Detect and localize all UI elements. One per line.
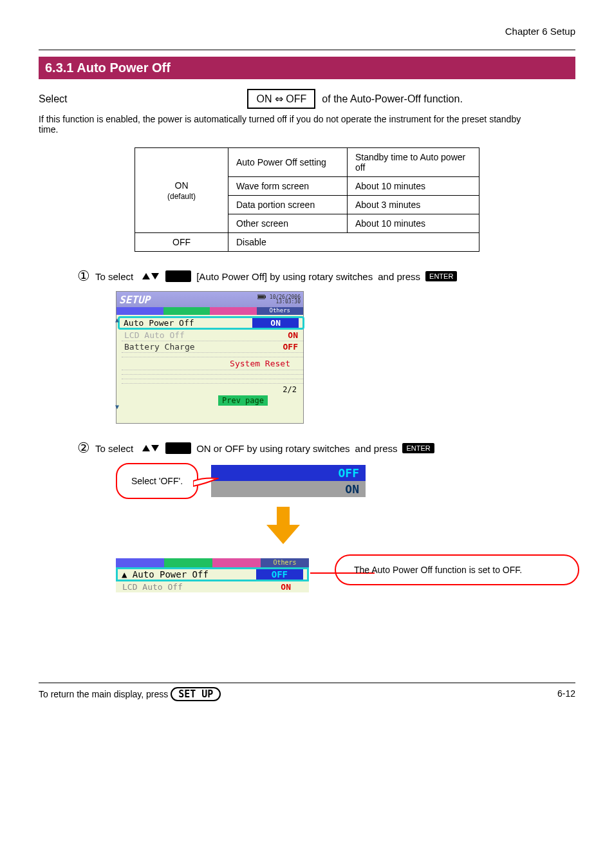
selected-row[interactable]: Auto Power Off ON [118,316,304,330]
scroll-up-icon: ▲ [115,316,119,323]
prev-page-button[interactable]: Prev page [218,395,268,406]
svg-marker-6 [151,445,159,451]
step-2-marker: ② [77,440,90,457]
system-reset[interactable]: System Reset [122,357,303,370]
table-row[interactable]: LCD Auto Off ON [122,330,303,341]
option-on[interactable]: ON [211,481,366,497]
chapter-label: Chapter 6 Setup [39,26,575,37]
option-off[interactable]: OFF [211,465,366,481]
page-indicator: 2/2 [122,384,303,395]
table-row: LCD Auto Off ON [116,581,309,592]
table-row[interactable]: Battery Charge OFF [122,341,303,353]
scroll-down-icon: ▼ [115,403,119,410]
updown-icon [138,442,160,454]
step-1: ① To select [Auto Power Off] by using ro… [77,268,575,285]
enter-icon: ENTER [402,443,434,453]
battery-icon [257,294,266,299]
section-title: 6.3.1 Auto Power Off [39,57,575,79]
svg-rect-4 [258,296,264,298]
speech-bubble: Select 'OFF'. [116,463,198,499]
enter-icon: ENTER [425,271,457,281]
option-popup[interactable]: OFF ON [211,465,366,497]
onoff-box: ON ⇔ OFF [247,89,315,109]
svg-marker-5 [142,445,150,451]
step-2: ② To select ON or OFF by using rotary sw… [77,440,575,457]
setup-screenshot: SETUP 10/26/200613:03:30 Others ▲ Auto P… [116,291,304,424]
result-selected-row[interactable]: ▲ Auto Power Off OFF [116,567,309,581]
footer-note: To return the main display, press [39,689,168,699]
speech-tail [193,477,219,493]
standby-table: ON(default) Auto Power Off setting Stand… [135,147,479,252]
intro-desc: If this function is enabled, the power i… [39,114,528,135]
result-screenshot: Others ▲ Auto Power Off OFF LCD Auto Off… [116,558,309,592]
arrow-down-icon [264,507,302,545]
step-1-marker: ① [77,268,90,285]
svg-marker-7 [266,507,300,544]
svg-marker-0 [142,273,150,279]
intro-prefix: Select [39,93,67,105]
setup-badge: SET UP [171,687,221,701]
svg-marker-1 [151,273,159,279]
screen-title: SETUP [119,294,150,306]
updown-icon [138,270,160,282]
page-number: 6-12 [557,688,575,700]
result-callout: The Auto Power Off function is set to OF… [335,554,579,585]
svg-rect-3 [265,296,266,298]
intro-suffix: of the Auto-Power-Off function. [322,93,463,105]
